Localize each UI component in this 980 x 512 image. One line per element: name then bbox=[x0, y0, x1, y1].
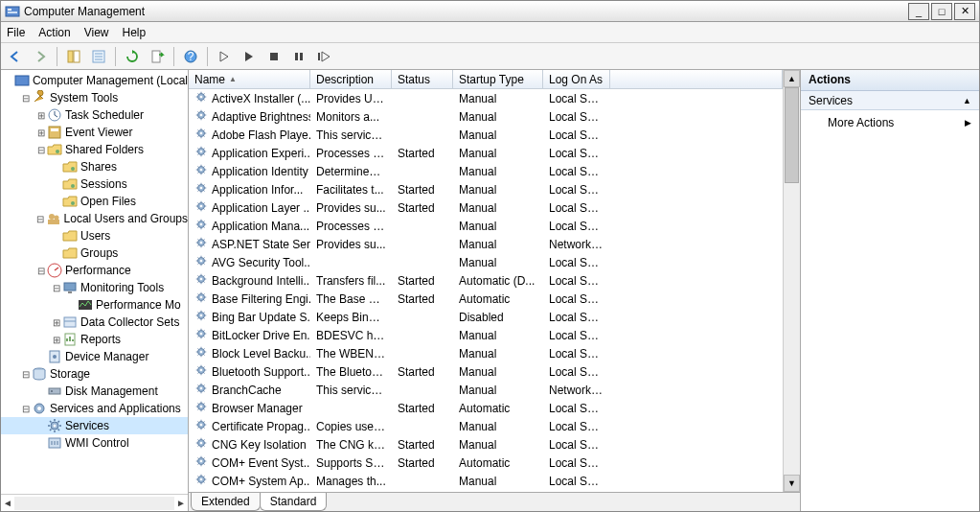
service-row[interactable]: BitLocker Drive En...BDESVC hos...Manual… bbox=[189, 326, 783, 344]
service-row[interactable]: Application Layer ...Provides su...Start… bbox=[189, 198, 783, 217]
tree-item[interactable]: ⊞Task Scheduler bbox=[1, 106, 188, 124]
expand-icon[interactable]: ⊟ bbox=[35, 145, 47, 155]
scroll-up-button[interactable]: ▲ bbox=[784, 70, 800, 87]
service-row[interactable]: Block Level Backu...The WBENG...ManualLo… bbox=[189, 344, 783, 362]
list-vertical-scrollbar[interactable]: ▲ ▼ bbox=[783, 70, 800, 492]
service-row[interactable]: COM+ System Ap...Manages th...ManualLoca… bbox=[189, 472, 783, 490]
service-row[interactable]: AVG Security Tool...ManualLocal Syste... bbox=[189, 253, 783, 271]
pause-button[interactable] bbox=[288, 46, 309, 67]
help-button[interactable]: ? bbox=[180, 46, 201, 67]
service-icon bbox=[194, 218, 208, 234]
service-row[interactable]: Application IdentityDetermines ...Manual… bbox=[189, 162, 783, 180]
tree-item[interactable]: Sessions bbox=[1, 175, 188, 193]
scroll-thumb[interactable] bbox=[785, 87, 799, 183]
tree-item[interactable]: ⊟Shared Folders bbox=[1, 141, 188, 158]
restart-button[interactable] bbox=[313, 46, 334, 67]
service-row[interactable]: ActiveX Installer (...Provides Us...Manu… bbox=[189, 89, 783, 107]
tree-item[interactable]: ⊟Services and Applications bbox=[1, 400, 188, 417]
expand-icon[interactable]: ⊟ bbox=[20, 369, 32, 380]
service-row[interactable]: CNG Key IsolationThe CNG ke...StartedMan… bbox=[189, 435, 783, 454]
export-list-button[interactable] bbox=[147, 46, 168, 67]
tree-item[interactable]: Open Files bbox=[1, 193, 188, 210]
service-row[interactable]: BranchCacheThis service ...ManualNetwork… bbox=[189, 381, 783, 399]
column-header[interactable]: Name bbox=[189, 70, 310, 88]
service-row[interactable]: Certificate Propag...Copies user ...Manu… bbox=[189, 417, 783, 435]
expand-icon[interactable]: ⊞ bbox=[35, 110, 47, 121]
more-actions-item[interactable]: More Actions ▶ bbox=[801, 110, 979, 135]
service-row[interactable]: Background Intelli...Transfers fil...Sta… bbox=[189, 271, 783, 290]
service-row[interactable]: Browser ManagerStartedAutomaticLocal Sys… bbox=[189, 399, 783, 417]
tree-item[interactable]: Device Manager bbox=[1, 348, 188, 365]
tab-extended[interactable]: Extended bbox=[191, 493, 261, 511]
play-filled-button[interactable] bbox=[239, 46, 260, 67]
service-icon bbox=[194, 272, 208, 289]
service-row[interactable]: COM+ Event Syst...Supports Sy...StartedA… bbox=[189, 454, 783, 472]
forward-button[interactable] bbox=[30, 46, 51, 67]
svg-point-79 bbox=[200, 406, 203, 408]
service-row[interactable]: Bing Bar Update S...Keeps Bing ...Disabl… bbox=[189, 308, 783, 326]
minimize-button[interactable]: _ bbox=[908, 3, 929, 20]
tree-item[interactable]: ⊟Storage bbox=[1, 365, 188, 383]
service-row[interactable]: ASP.NET State Ser...Provides su...Manual… bbox=[189, 235, 783, 253]
menu-view[interactable]: View bbox=[84, 26, 109, 39]
tree-item[interactable]: Shares bbox=[1, 158, 188, 175]
column-header[interactable]: Status bbox=[392, 70, 453, 88]
tab-standard[interactable]: Standard bbox=[260, 493, 328, 511]
tree-item[interactable]: ⊟Performance bbox=[1, 262, 188, 279]
tree-item[interactable]: ⊟Monitoring Tools bbox=[1, 279, 188, 296]
tree-item[interactable]: Computer Management (Local bbox=[1, 72, 188, 89]
tree-item[interactable]: WMI Control bbox=[1, 434, 188, 452]
cell: Manual bbox=[453, 420, 543, 433]
tree-item[interactable]: Users bbox=[1, 227, 188, 244]
expand-icon[interactable]: ⊞ bbox=[51, 335, 62, 345]
close-button[interactable]: ✕ bbox=[954, 3, 975, 20]
maximize-button[interactable]: □ bbox=[931, 3, 952, 20]
show-hide-tree-button[interactable] bbox=[63, 46, 84, 67]
service-row[interactable]: Bluetooth Support...The Bluetoo...Starte… bbox=[189, 362, 783, 381]
actions-section[interactable]: Services ▲ bbox=[801, 91, 979, 110]
service-row[interactable]: Adobe Flash Playe...This service ...Manu… bbox=[189, 126, 783, 144]
expand-icon[interactable]: ⊟ bbox=[35, 266, 47, 276]
tree-item[interactable]: ⊟System Tools bbox=[1, 89, 188, 106]
refresh-button[interactable] bbox=[122, 46, 143, 67]
expand-icon[interactable]: ⊟ bbox=[51, 283, 62, 293]
column-header[interactable]: Log On As bbox=[543, 70, 610, 88]
column-header[interactable]: Startup Type bbox=[453, 70, 543, 88]
column-header[interactable]: Description bbox=[310, 70, 392, 88]
cell: Block Level Backu... bbox=[189, 345, 310, 361]
tree-panel: Computer Management (Local⊟System Tools⊞… bbox=[1, 70, 189, 511]
svg-point-40 bbox=[37, 407, 41, 410]
tree-item[interactable]: ⊞Reports bbox=[1, 331, 188, 348]
menu-action[interactable]: Action bbox=[38, 26, 70, 39]
back-button[interactable] bbox=[5, 46, 26, 67]
svg-rect-19 bbox=[51, 128, 58, 131]
service-row[interactable]: Application Experi...Processes a...Start… bbox=[189, 144, 783, 162]
tree-horizontal-scrollbar[interactable]: ◄► bbox=[1, 494, 188, 511]
tree-item[interactable]: ⊞Data Collector Sets bbox=[1, 314, 188, 331]
menu-file[interactable]: File bbox=[7, 26, 25, 39]
tree-item[interactable]: ⊟Local Users and Groups bbox=[1, 210, 188, 227]
properties-button[interactable] bbox=[88, 46, 109, 67]
cell: Determines ... bbox=[310, 165, 392, 178]
expand-icon[interactable]: ⊞ bbox=[35, 128, 47, 138]
expand-icon[interactable]: ⊟ bbox=[35, 214, 46, 224]
menu-help[interactable]: Help bbox=[123, 26, 147, 39]
tree-item[interactable]: Disk Management bbox=[1, 383, 188, 400]
tree-item[interactable]: Performance Mo bbox=[1, 296, 188, 314]
play-button[interactable] bbox=[214, 46, 235, 67]
tree-item[interactable]: ⊞Event Viewer bbox=[1, 124, 188, 141]
service-row[interactable]: Application Infor...Facilitates t...Star… bbox=[189, 180, 783, 198]
tree-item[interactable]: Services bbox=[1, 417, 188, 434]
expand-icon[interactable]: ⊞ bbox=[51, 317, 62, 328]
service-row[interactable]: Base Filtering Engi...The Base Fil...Sta… bbox=[189, 290, 783, 308]
cell: Manual bbox=[453, 201, 543, 215]
expand-icon[interactable]: ⊟ bbox=[20, 404, 32, 414]
cell: Keeps Bing ... bbox=[310, 311, 392, 324]
storage-icon bbox=[32, 366, 47, 382]
stop-button[interactable] bbox=[263, 46, 285, 67]
service-row[interactable]: Application Mana...Processes in...Manual… bbox=[189, 217, 783, 235]
scroll-down-button[interactable]: ▼ bbox=[784, 475, 800, 492]
tree-item[interactable]: Groups bbox=[1, 244, 188, 262]
service-row[interactable]: Adaptive BrightnessMonitors a...ManualLo… bbox=[189, 107, 783, 126]
expand-icon[interactable]: ⊟ bbox=[20, 93, 32, 104]
